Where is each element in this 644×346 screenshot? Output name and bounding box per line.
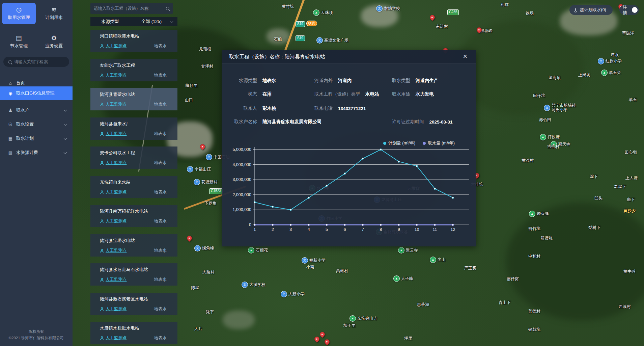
list-item[interactable]: 东坑镇自来水站人工监测点地表水 [90,176,177,198]
map-label: ▲尖山 [430,257,446,263]
map-label: ▲观天寺 [551,141,570,148]
monitor-point-link[interactable]: 人工监测点 [106,189,127,195]
sidebar-item-gis-info[interactable]: ◉ 取水口GIS信息管理 [0,86,73,100]
person-icon [100,336,104,340]
water-source-type: 地表水 [154,43,167,49]
list-item[interactable]: 陆河县自来水厂人工监测点地表水 [90,117,177,140]
map-label: 文普宁市船埔镇 河氏小学 [544,103,576,112]
map-label: 小南 [306,265,314,269]
highway-road [282,0,305,56]
map-label: 寨仔窝 [507,277,519,281]
red-map-pin[interactable] [313,336,320,343]
tile-water-saving-mgmt[interactable]: ▤ 节水管理 [2,31,36,53]
sidebar-search-placeholder: 请输入关键字检索 [14,59,48,65]
close-icon[interactable]: ✕ [463,53,468,60]
intake-line-chart[interactable]: 01,000,0002,000,0003,000,0004,000,0005,0… [228,144,477,238]
red-map-pin[interactable] [324,338,331,345]
map-label: 中和村 [528,254,540,259]
map-label: S19 [296,21,305,27]
svg-text:6: 6 [344,227,346,232]
tile-business-settings[interactable]: ⚙ 业务设置 [37,31,71,53]
map-label: 文大溪学校 [242,282,265,288]
person-icon [100,249,104,253]
map-label-text: 观天寺 [558,142,570,147]
list-item[interactable]: 陆河县青碇水电站人工监测点地表水 [90,88,177,110]
list-item[interactable]: 友能水厂取水工程人工监测点地表水 [90,59,177,81]
list-item[interactable]: 陆河县水唇走马石水电站人工监测点地表水 [90,263,177,286]
station-search-input[interactable]: 请输入取水工程（设施）名称 [90,3,173,14]
urban-area [223,311,255,329]
map-label: 山口 [185,98,193,102]
map-label-text: 普宁市船埔镇 河氏小学 [552,103,576,112]
map-label-text: 人子峰 [401,276,413,281]
monitor-point-link[interactable]: 人工监测点 [106,160,127,166]
red-map-pin[interactable] [186,235,193,242]
map-label: 南进村 [436,24,448,29]
list-item[interactable]: 麦卡公司取水工程人工监测点地表水 [90,147,177,169]
station-name: 陆河县南万镇杞洋水电站 [100,208,148,214]
tile-water-intake-mgmt[interactable]: ◷ 取用水管理 [2,3,36,24]
map-label: ▲烧香缝 [529,211,549,217]
map-label: 黄沙村 [522,158,534,163]
field-label: 取水用途 [392,91,410,97]
road-badge: S19 [296,21,305,27]
field: 状态在用 [222,91,272,97]
over-plan-label: 超计划取水(0) [580,7,606,13]
monitor-point-link[interactable]: 人工监测点 [106,248,127,254]
field-value: 在用 [262,91,272,97]
monitor-point-link[interactable]: 人工监测点 [106,102,127,107]
map-label: 凹头 [594,196,603,201]
sidebar-item-water-billing[interactable]: ▨ 水资源计费 [0,146,73,159]
red-map-pin[interactable] [319,331,326,338]
source-type-filter[interactable]: 水源类型 全部 (125) [90,17,177,26]
menu-label: 水资源计费 [16,150,38,156]
tile-planned-water[interactable]: ≋ 计划用水 [37,3,71,24]
field-row: 状态在用取水工程（设施）类型水电站取水用途水力发电 [222,91,476,98]
svg-text:9: 9 [398,227,400,232]
map-label-text: 天珠顶 [321,10,333,15]
list-item[interactable]: 水唇镇水栏肚水电站人工监测点地表水 [90,322,177,344]
flask-icon [573,8,578,12]
station-monitor-row: 人工监测点 [100,218,127,224]
red-map-pin[interactable] [476,26,483,33]
detail-label: 详情 [623,4,629,16]
field: 联系电话13432771221 [314,105,366,111]
monitor-point-link[interactable]: 人工监测点 [106,277,127,283]
sidebar-search-input[interactable]: 请输入关键字检索 [3,57,69,67]
svg-text:4: 4 [308,227,310,232]
monitor-point-link[interactable]: 人工监测点 [106,43,127,49]
map-label: 铁场 [526,11,534,16]
poi-green-icon: ▲ [540,134,546,140]
waves-icon: ≋ [51,6,57,13]
red-map-pin[interactable] [429,14,436,21]
over-plan-intake-button[interactable]: 超计划取水(0) [569,5,613,15]
monitor-point-link[interactable]: 人工监测点 [106,335,127,341]
toggle-knob[interactable] [632,7,638,13]
sidebar-item-intake-settings[interactable]: ⛁ 取水设置 [0,117,73,131]
detail-toggle[interactable]: 详情 [619,5,639,15]
list-item[interactable]: 陆河县南万镇杞洋水电站人工监测点地表水 [90,205,177,227]
monitor-point-link[interactable]: 人工监测点 [106,131,127,137]
map-label: 陈屋 [191,286,199,290]
terrain-shade [506,203,644,321]
list-item[interactable]: 河口镇唱歌潭水电站人工监测点地表水 [90,30,177,52]
field: 取水工程（设施）类型水电站 [314,91,379,97]
person-icon [100,74,104,78]
sidebar-item-water-users[interactable]: ♟ 取水户 [0,103,73,117]
station-name: 陆河县青碇水电站 [100,91,135,98]
list-item[interactable]: 陆河县激石溪老区水电站人工监测点地表水 [90,293,177,315]
map-label: 黄竹坑 [282,4,294,9]
monitor-point-link[interactable]: 人工监测点 [106,73,127,78]
map-label: 梨树下 [588,225,600,230]
monitor-point-link[interactable]: 人工监测点 [106,306,127,312]
person-icon [100,44,104,48]
red-map-pin[interactable] [199,143,206,150]
map-label: 相坑 [501,3,509,7]
svg-text:0: 0 [249,222,251,227]
water-source-type: 地表水 [154,306,167,312]
sidebar-item-intake-plan[interactable]: ▦ 取水计划 [0,132,73,145]
list-item[interactable]: 陆河县宝塔水电站人工监测点地表水 [90,234,177,257]
map-label: 高树村 [336,269,348,273]
monitor-point-link[interactable]: 人工监测点 [106,218,127,224]
map-label: 望海顶 [549,76,561,80]
